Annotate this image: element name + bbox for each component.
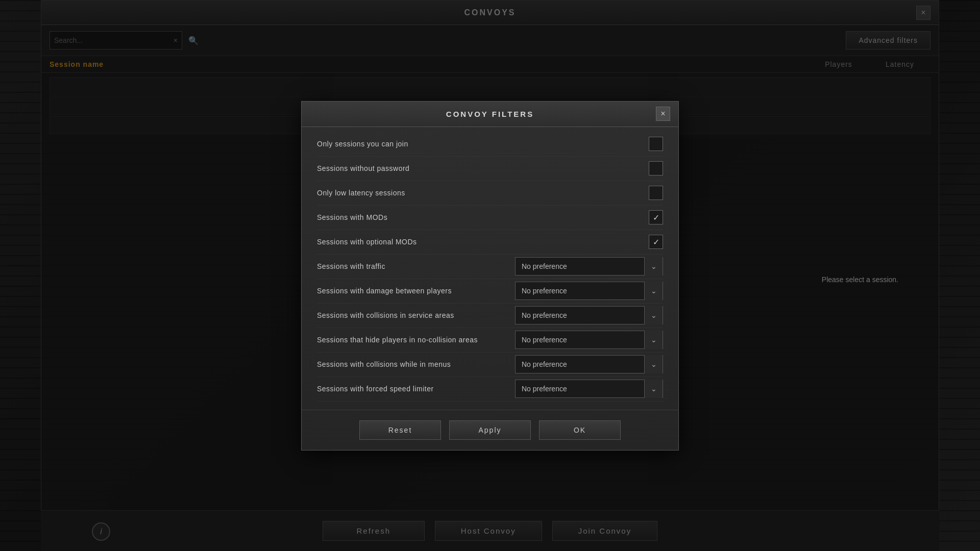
- modal-title-bar: CONVOY FILTERS ×: [302, 102, 678, 127]
- filter-label-with-mods: Sessions with MODs: [317, 213, 649, 221]
- filter-dropdown-traffic[interactable]: No preference ⌄: [515, 257, 663, 276]
- ok-button[interactable]: OK: [539, 420, 621, 440]
- filter-dropdown-speed-limiter-arrow: ⌄: [644, 380, 663, 398]
- filter-dropdown-collisions-service[interactable]: No preference ⌄: [515, 306, 663, 324]
- modal-overlay: CONVOY FILTERS × Only sessions you can j…: [0, 0, 980, 551]
- filter-label-optional-mods: Sessions with optional MODs: [317, 238, 649, 246]
- filter-row-optional-mods: Sessions with optional MODs ✓: [317, 230, 663, 255]
- filter-dropdown-collisions-menus[interactable]: No preference ⌄: [515, 355, 663, 373]
- filter-row-hide-players: Sessions that hide players in no-collisi…: [317, 328, 663, 353]
- filter-label-collisions-service: Sessions with collisions in service area…: [317, 311, 515, 319]
- filter-dropdown-hide-players-arrow: ⌄: [644, 331, 663, 349]
- filter-checkbox-with-mods[interactable]: ✓: [649, 210, 663, 224]
- filter-dropdown-speed-limiter[interactable]: No preference ⌄: [515, 380, 663, 398]
- filter-dropdown-hide-players-value: No preference: [516, 336, 644, 344]
- filter-dropdown-damage[interactable]: No preference ⌄: [515, 282, 663, 300]
- filter-label-only-join: Only sessions you can join: [317, 140, 649, 148]
- filter-checkbox-low-latency[interactable]: [649, 186, 663, 200]
- filter-label-collisions-menus: Sessions with collisions while in menus: [317, 360, 515, 368]
- filter-checkbox-only-join[interactable]: [649, 137, 663, 151]
- filter-dropdown-hide-players[interactable]: No preference ⌄: [515, 331, 663, 349]
- modal-title: CONVOY FILTERS: [446, 110, 534, 118]
- filter-dropdown-collisions-menus-value: No preference: [516, 360, 644, 368]
- filter-row-collisions-menus: Sessions with collisions while in menus …: [317, 353, 663, 377]
- filter-row-no-password: Sessions without password: [317, 157, 663, 181]
- filter-row-damage: Sessions with damage between players No …: [317, 279, 663, 304]
- filter-dropdown-collisions-menus-arrow: ⌄: [644, 355, 663, 373]
- filter-dropdown-traffic-arrow: ⌄: [644, 257, 663, 276]
- filter-label-damage: Sessions with damage between players: [317, 287, 515, 295]
- filter-row-with-mods: Sessions with MODs ✓: [317, 206, 663, 230]
- apply-button[interactable]: Apply: [449, 420, 531, 440]
- filter-row-traffic: Sessions with traffic No preference ⌄: [317, 255, 663, 279]
- filter-label-no-password: Sessions without password: [317, 164, 649, 172]
- filter-dropdown-speed-limiter-value: No preference: [516, 385, 644, 393]
- filter-label-low-latency: Only low latency sessions: [317, 189, 649, 197]
- modal-footer: Reset Apply OK: [302, 410, 678, 450]
- filter-dropdown-collisions-service-arrow: ⌄: [644, 306, 663, 324]
- filter-dropdown-collisions-service-value: No preference: [516, 311, 644, 319]
- filter-list: Only sessions you can join Sessions with…: [302, 127, 678, 407]
- filter-dropdown-traffic-value: No preference: [516, 262, 644, 270]
- please-select-text: Please select a session.: [822, 276, 898, 284]
- filter-row-speed-limiter: Sessions with forced speed limiter No pr…: [317, 377, 663, 402]
- filter-label-traffic: Sessions with traffic: [317, 262, 515, 270]
- filter-label-hide-players: Sessions that hide players in no-collisi…: [317, 336, 515, 344]
- convoy-filters-modal: CONVOY FILTERS × Only sessions you can j…: [301, 101, 679, 450]
- filter-row-low-latency: Only low latency sessions: [317, 181, 663, 206]
- filter-dropdown-damage-arrow: ⌄: [644, 282, 663, 300]
- filter-dropdown-damage-value: No preference: [516, 287, 644, 295]
- filter-checkbox-optional-mods[interactable]: ✓: [649, 235, 663, 249]
- filter-label-speed-limiter: Sessions with forced speed limiter: [317, 385, 515, 393]
- reset-button[interactable]: Reset: [359, 420, 441, 440]
- filter-row-collisions-service: Sessions with collisions in service area…: [317, 304, 663, 328]
- modal-close-button[interactable]: ×: [656, 107, 670, 121]
- filter-row-only-join: Only sessions you can join: [317, 132, 663, 157]
- filter-checkbox-no-password[interactable]: [649, 161, 663, 176]
